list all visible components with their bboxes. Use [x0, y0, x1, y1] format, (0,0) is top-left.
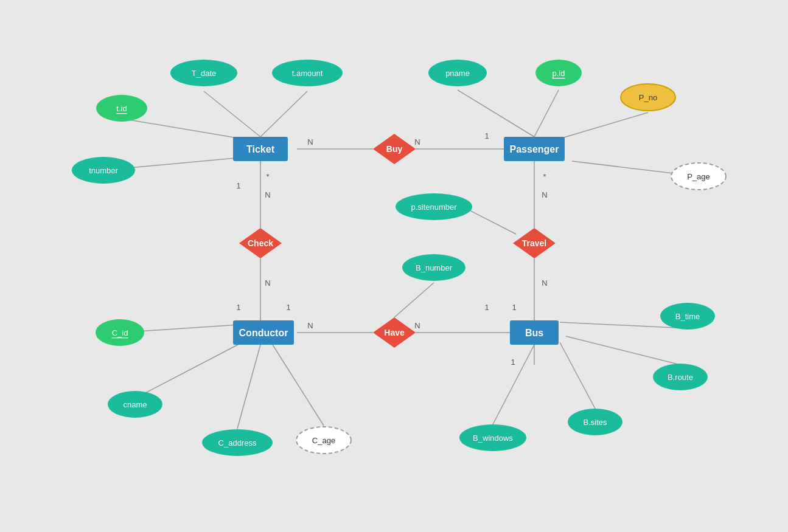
svg-text:*: *: [543, 172, 546, 181]
relation-check-label: Check: [248, 238, 273, 248]
svg-text:1: 1: [512, 303, 516, 312]
attr-cname-label: cname: [123, 400, 147, 409]
svg-text:N: N: [265, 278, 270, 288]
entity-bus-label: Bus: [525, 328, 543, 338]
attr-p-no-label: P_no: [639, 93, 657, 102]
svg-text:N: N: [307, 321, 313, 330]
svg-text:1: 1: [484, 131, 489, 140]
entity-conductor-label: Conductor: [239, 328, 288, 338]
attr-p-sitenumber-label: p.sitenumber: [411, 202, 457, 212]
attr-pname-label: pname: [445, 69, 470, 78]
attr-b-windows-label: B_windows: [473, 434, 513, 443]
svg-text:*: *: [266, 172, 269, 181]
attr-b-time-label: B_time: [675, 312, 700, 321]
svg-text:1: 1: [484, 303, 489, 312]
svg-text:N: N: [265, 190, 270, 199]
svg-text:N: N: [414, 321, 420, 330]
svg-text:1: 1: [236, 181, 240, 190]
svg-text:1: 1: [511, 358, 515, 367]
svg-text:1: 1: [236, 303, 240, 312]
entity-ticket-label: Ticket: [246, 144, 275, 154]
attr-c-id-label: C_id: [112, 328, 128, 337]
attr-b-number-label: B_number: [416, 263, 453, 272]
svg-text:N: N: [542, 278, 547, 288]
relation-travel-label: Travel: [522, 238, 546, 248]
svg-rect-0: [0, 0, 788, 532]
svg-text:N: N: [542, 190, 547, 199]
relation-have-label: Have: [384, 328, 405, 337]
attr-t-date-label: T_date: [192, 69, 216, 78]
attr-tnumber-label: tnumber: [89, 166, 118, 175]
attr-c-address-label: C_address: [218, 438, 257, 447]
attr-p-age-label: P_age: [687, 172, 710, 181]
attr-t-amount-label: t.amount: [292, 69, 323, 78]
relation-buy-label: Buy: [386, 144, 403, 154]
entity-passenger-label: Passenger: [510, 144, 559, 154]
attr-t-id-label: t.id: [116, 104, 127, 113]
svg-text:N: N: [307, 137, 313, 147]
attr-b-sites-label: B.sites: [583, 418, 607, 427]
attr-c-age-label: C_age: [312, 436, 335, 445]
attr-b-route-label: B.route: [668, 373, 693, 382]
svg-text:N: N: [414, 137, 420, 147]
svg-text:1: 1: [286, 303, 290, 312]
attr-p-id-label: p.id: [553, 69, 565, 78]
